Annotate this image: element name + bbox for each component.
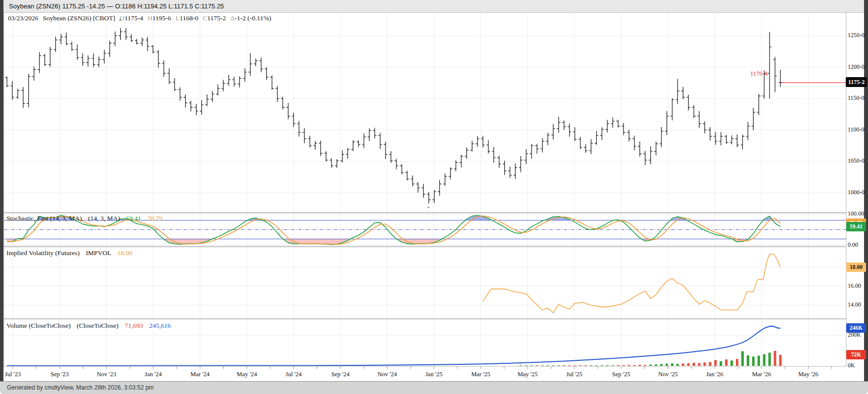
implied-vol-tag: 18.00 bbox=[846, 263, 866, 272]
implied-vol-params: IMPVOL bbox=[86, 249, 111, 257]
stochastic-title: Stochastic, Fast (14, 3, MA) bbox=[6, 215, 82, 222]
window-title-bar: Soybean (ZSN26) 1175.25 -14.25 — O:1186 … bbox=[3, 0, 864, 13]
volume-params: (CloseToClose) bbox=[77, 322, 119, 329]
volume-panel-title: Volume (CloseToClose) (CloseToClose) 71,… bbox=[6, 322, 171, 330]
legend-symbol: Soybean (ZSN26) [CBOT] bbox=[43, 14, 115, 22]
stochastic-k-value: 59.41 bbox=[126, 215, 141, 222]
price-legend: 03/23/2026Soybean (ZSN26) [CBOT]O1175-4H… bbox=[8, 14, 276, 22]
stochastic-k-tag: 59.41 bbox=[846, 222, 866, 231]
volume-value: 71,693 bbox=[125, 322, 143, 329]
stochastic-panel-title: Stochastic, Fast (14, 3, MA) (14, 3, MA)… bbox=[6, 215, 162, 222]
implied-vol-title: Implied Volatility (Futures) bbox=[6, 249, 80, 257]
prev-settle-label: 1176-4 bbox=[750, 70, 768, 78]
legend-change: Δ-1-2 (-0.11%) bbox=[231, 14, 271, 22]
implied-vol-panel-title: Implied Volatility (Futures) IMPVOL 18.0… bbox=[6, 249, 132, 257]
open-interest-tag: 246K bbox=[846, 323, 866, 333]
legend-low: L1168-0 bbox=[176, 14, 198, 22]
legend-open: O1175-4 bbox=[120, 14, 144, 22]
legend-date: 03/23/2026 bbox=[8, 14, 39, 22]
stochastic-d-value: 70.79 bbox=[147, 215, 162, 222]
volume-tag: 72K bbox=[846, 350, 866, 359]
open-interest-value: 245,616 bbox=[149, 322, 171, 329]
status-bar: Generated by cmdtyView, March 29th 2026,… bbox=[0, 381, 868, 394]
cmdtyview-chart-window: Soybean (ZSN26) 1175.25 -14.25 — O:1186 … bbox=[0, 0, 868, 394]
legend-close: C1175-2 bbox=[203, 14, 226, 22]
status-text: Generated by cmdtyView, March 29th 2026,… bbox=[0, 382, 868, 394]
legend-high: H1195-6 bbox=[147, 14, 171, 22]
implied-vol-value: 18.00 bbox=[117, 249, 132, 257]
window-title: Soybean (ZSN26) 1175.25 -14.25 — O:1186 … bbox=[3, 0, 864, 12]
last-price-tag: 1175-2 bbox=[846, 77, 867, 87]
stochastic-params: (14, 3, MA) bbox=[88, 215, 120, 222]
volume-title: Volume (CloseToClose) bbox=[6, 322, 71, 329]
chart-canvas[interactable] bbox=[0, 0, 868, 394]
